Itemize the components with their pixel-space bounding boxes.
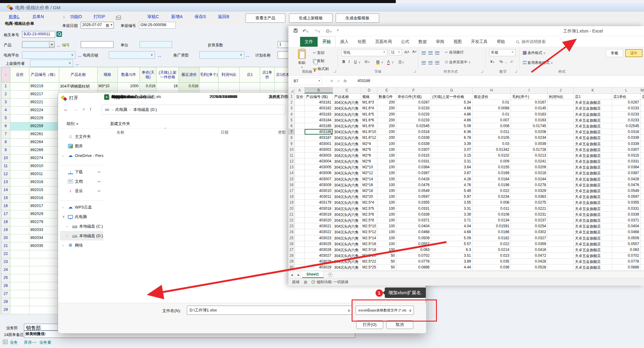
search-icon[interactable] <box>56 31 62 38</box>
row-number[interactable]: 4 <box>288 111 295 117</box>
cell-profit[interactable]: 0.0327 <box>511 235 548 241</box>
cell-shelf-price[interactable]: 3.64 <box>431 164 472 170</box>
cell-unit-price[interactable]: 0.0339 <box>396 141 431 147</box>
cell-price[interactable] <box>10 147 29 154</box>
sheet-row[interactable]: 30 403029 304沉头内六角 M2.5*25 50 0.0888 4.4… <box>288 264 644 270</box>
cell[interactable] <box>641 259 644 264</box>
cell-shop1[interactable]: 天卓五金旗舰店 <box>574 223 612 229</box>
unit-combo[interactable] <box>140 41 172 48</box>
sheet-row[interactable]: 3 403182 304沉头内六角 M1.6*4 200 0.0233 4.66… <box>288 105 644 111</box>
cell-profit[interactable] <box>199 83 218 91</box>
cell-shelf-price[interactable]: 5.49 <box>431 188 472 194</box>
tab-draw[interactable]: 绘图 <box>353 37 371 47</box>
cell-recent-price[interactable]: 0.009 <box>472 158 511 164</box>
sidebar-item[interactable]: 主文件夹 ⊸ <box>60 132 103 141</box>
cell[interactable]: 最近进价 <box>472 94 511 100</box>
cell-product-code[interactable]: 403019 <box>305 212 333 217</box>
font-name-select[interactable]: 等线∨ <box>341 49 387 56</box>
tree-chevron-icon[interactable]: › <box>67 234 70 238</box>
sidebar-item[interactable]: › WPS云盘 ⊸ <box>60 202 103 212</box>
cell[interactable] <box>641 188 644 194</box>
tree-chevron-icon[interactable]: › <box>62 244 66 247</box>
cell-product-name[interactable]: 304沉头内六角 <box>333 111 361 117</box>
cell-product-code[interactable]: 892029 <box>29 210 59 218</box>
cell-unit-price[interactable]: 0.0364 <box>396 164 431 170</box>
breadcrumb[interactable]: › 此电脑 › 本地磁盘 (D:) <box>102 105 286 115</box>
cell-product-name[interactable]: 304沉头内六角 <box>333 158 361 164</box>
cell-unit-price[interactable]: 0.0476 <box>396 182 431 188</box>
cell-qty[interactable]: 100 <box>377 158 396 164</box>
row-number[interactable]: 18 <box>1 218 10 226</box>
row-number[interactable]: 2 <box>288 100 295 105</box>
row-number[interactable]: 6 <box>288 123 295 129</box>
cell-profit[interactable]: 0.0329 <box>511 188 548 194</box>
cell-shelf-price[interactable]: 4.04 <box>431 223 472 229</box>
tab-review[interactable]: 审阅 <box>431 37 449 47</box>
row-number[interactable]: 5 <box>288 117 295 123</box>
cell-shop1-price[interactable]: 0.0331 <box>612 206 641 212</box>
cell-product-code[interactable]: 892279 <box>29 218 59 226</box>
cell-profit[interactable]: 0.0472 <box>511 253 548 259</box>
sheet-row[interactable]: 25 403023 304沉头内六角 M2.5*14 100 0.0509 5.… <box>288 235 644 241</box>
cell-product-code[interactable]: 403027 <box>305 253 333 259</box>
cell-recent-price[interactable]: 0.0182 <box>472 235 511 241</box>
macro-record-icon[interactable]: ▦ <box>304 280 307 284</box>
cell-shop1-price[interactable]: 0.0315 <box>612 153 641 158</box>
cell-shop1[interactable]: 天卓五金旗舰店 <box>574 247 612 253</box>
tree-chevron-icon[interactable]: › <box>62 205 66 209</box>
cell-shop1-price[interactable]: 0.0468 <box>612 229 641 235</box>
sheet-row[interactable]: 1 定价 产品编号 (猫) 产品名称 规格 数量/1件 单价/1件(天猫) (天… <box>288 94 644 100</box>
row-number[interactable]: 28 <box>288 253 295 259</box>
cell-profit[interactable]: 0.0209 <box>511 164 548 170</box>
cell-price[interactable] <box>10 274 29 282</box>
cell-spec[interactable]: M1.6*12 <box>361 135 377 141</box>
row-number[interactable]: 7 <box>288 129 295 135</box>
cell-profit[interactable]: 0.0145 <box>511 105 548 111</box>
cell-spec[interactable]: M2.5*25 <box>361 264 377 270</box>
menu-print[interactable]: 打印P <box>94 14 105 20</box>
row-number[interactable]: 3 <box>1 99 10 107</box>
cell-shelf-price[interactable]: 4.66 <box>431 111 472 117</box>
cell-product-code[interactable]: 892035 <box>29 242 59 250</box>
cell-spec[interactable]: M2*4 <box>361 141 377 147</box>
cell-unit-price[interactable]: 0.0468 <box>396 229 431 235</box>
cell-shop1-price[interactable]: 0.0888 <box>612 264 641 270</box>
file-name[interactable]: 工作簿1.xlsx <box>111 94 210 100</box>
cell[interactable] <box>295 229 305 235</box>
cell-shelf-price[interactable]: 3.39 <box>431 141 472 147</box>
cell-shop1[interactable]: 天卓五金旗舰店 <box>574 105 612 111</box>
cell-shelf-price[interactable]: 4.28 <box>431 176 472 182</box>
wrap-text-button[interactable]: ↩ 自动换行 <box>445 50 464 55</box>
cell-shop1-price[interactable]: 0.0339 <box>612 212 641 217</box>
increase-decimal-icon[interactable]: .0⁺ <box>510 60 514 63</box>
cell-unit-price[interactable]: 0.0339 <box>396 135 431 141</box>
breadcrumb-this-pc[interactable]: 此电脑 <box>115 107 127 112</box>
cell-qty[interactable]: 100 <box>377 229 396 235</box>
cell-profit[interactable]: 0.0208 <box>511 129 548 135</box>
cell-product-name[interactable]: 304沉头内六角 <box>333 264 361 270</box>
generate-kingdee-template-button[interactable]: 生成金蝶模板 <box>336 14 379 23</box>
column-letter[interactable]: L <box>612 87 641 93</box>
cell-recent-price[interactable]: 0.008 <box>472 200 511 205</box>
cell-unit-price[interactable]: 0.0778 <box>396 259 431 264</box>
sheet-tab-sheet1[interactable]: Sheet1 <box>302 271 324 278</box>
cell-profit-ratio[interactable] <box>548 117 574 123</box>
sheet-row[interactable]: 4 403183 304沉头内六角 M1.6*5 200 0.0233 4.66… <box>288 111 644 117</box>
dialog-launcher-icon[interactable] <box>334 70 336 72</box>
sheet-row[interactable]: 27 403026 304沉头内六角 M2.5*18 100 0.063 6.3… <box>288 247 644 253</box>
cell-shelf-price[interactable]: 3.15 <box>431 153 472 158</box>
sheet-row[interactable]: 17 403010 304沉头内六角 M2*18 100 0.0549 5.49… <box>288 188 644 194</box>
cell-profit-ratio[interactable] <box>548 235 574 241</box>
align-top-icon[interactable] <box>422 50 426 56</box>
cell-recent-price[interactable]: 0.016 <box>179 83 199 91</box>
column-letter[interactable]: G <box>431 87 472 93</box>
cell-product-code[interactable]: 892224 <box>29 107 59 115</box>
cell-shop1-price[interactable]: 0.0549 <box>612 188 641 194</box>
cell-recent-price[interactable]: 0.01 <box>472 111 511 117</box>
cell-price[interactable] <box>10 250 29 258</box>
cell-qty[interactable]: 100 <box>377 223 396 229</box>
cell-qty[interactable]: 200 <box>377 105 396 111</box>
sheet-row[interactable]: 28 403027 304沉头内六角 M2.5*20 50 0.0702 3.5… <box>288 253 644 259</box>
row-number[interactable]: 20 <box>1 234 10 242</box>
cell[interactable] <box>641 223 644 229</box>
